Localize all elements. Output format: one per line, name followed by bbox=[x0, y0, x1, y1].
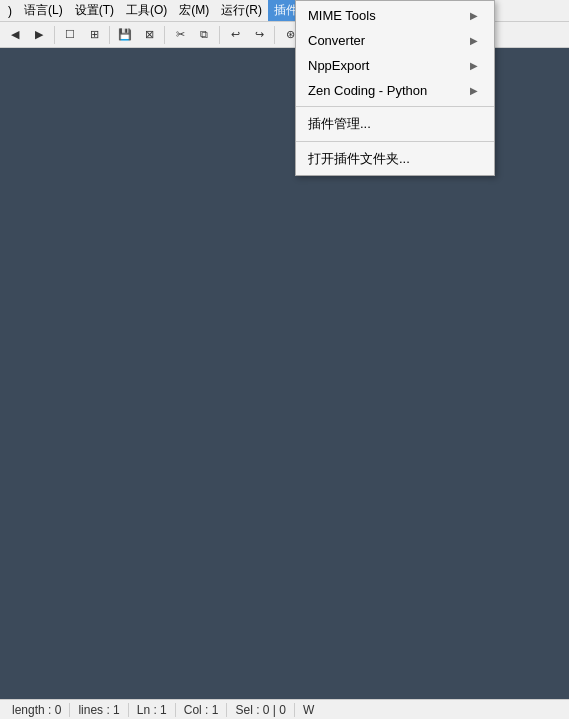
toolbar-redo-btn[interactable]: ↪ bbox=[248, 24, 270, 46]
menu-item-mime-tools-arrow: ▶ bbox=[470, 10, 478, 21]
menubar-item-language[interactable]: 语言(L) bbox=[18, 0, 69, 21]
menu-item-mime-tools[interactable]: MIME Tools ▶ bbox=[296, 3, 494, 28]
menu-sep-2 bbox=[296, 141, 494, 142]
toolbar-saveall-btn[interactable]: ⊠ bbox=[138, 24, 160, 46]
toolbar-new-btn[interactable]: ☐ bbox=[59, 24, 81, 46]
status-sel: Sel : 0 | 0 bbox=[227, 703, 294, 717]
status-col: Col : 1 bbox=[176, 703, 228, 717]
toolbar-sep-2 bbox=[109, 26, 110, 44]
menubar-item-run[interactable]: 运行(R) bbox=[215, 0, 268, 21]
toolbar-sep-4 bbox=[219, 26, 220, 44]
menu-item-nppexport-arrow: ▶ bbox=[470, 60, 478, 71]
status-extra: W bbox=[295, 703, 322, 717]
status-ln: Ln : 1 bbox=[129, 703, 176, 717]
menu-item-converter-arrow: ▶ bbox=[470, 35, 478, 46]
menu-item-nppexport-label: NppExport bbox=[308, 58, 369, 73]
menubar-item-settings[interactable]: 设置(T) bbox=[69, 0, 120, 21]
plugins-dropdown-menu: MIME Tools ▶ Converter ▶ NppExport ▶ Zen… bbox=[295, 0, 495, 176]
menu-item-converter-label: Converter bbox=[308, 33, 365, 48]
menu-item-zen-coding-arrow: ▶ bbox=[470, 85, 478, 96]
menu-item-converter[interactable]: Converter ▶ bbox=[296, 28, 494, 53]
menu-item-nppexport[interactable]: NppExport ▶ bbox=[296, 53, 494, 78]
menu-item-mime-tools-label: MIME Tools bbox=[308, 8, 376, 23]
menu-item-open-plugin-folder-label: 打开插件文件夹... bbox=[308, 150, 410, 168]
status-lines: lines : 1 bbox=[70, 703, 128, 717]
toolbar-sep-1 bbox=[54, 26, 55, 44]
menu-item-zen-coding-label: Zen Coding - Python bbox=[308, 83, 427, 98]
menubar-item-macro[interactable]: 宏(M) bbox=[173, 0, 215, 21]
menu-sep-1 bbox=[296, 106, 494, 107]
menubar-item-tools[interactable]: 工具(O) bbox=[120, 0, 173, 21]
menu-item-plugin-manager-label: 插件管理... bbox=[308, 115, 371, 133]
toolbar-copy-btn[interactable]: ⧉ bbox=[193, 24, 215, 46]
toolbar-sep-5 bbox=[274, 26, 275, 44]
statusbar: length : 0 lines : 1 Ln : 1 Col : 1 Sel … bbox=[0, 699, 569, 719]
status-length: length : 0 bbox=[4, 703, 70, 717]
menu-item-plugin-manager[interactable]: 插件管理... bbox=[296, 110, 494, 138]
toolbar-forward-btn[interactable]: ▶ bbox=[28, 24, 50, 46]
menubar-item-close[interactable]: ) bbox=[2, 2, 18, 20]
toolbar-save-btn[interactable]: 💾 bbox=[114, 24, 136, 46]
toolbar-open-btn[interactable]: ⊞ bbox=[83, 24, 105, 46]
menu-item-open-plugin-folder[interactable]: 打开插件文件夹... bbox=[296, 145, 494, 173]
menu-item-zen-coding[interactable]: Zen Coding - Python ▶ bbox=[296, 78, 494, 103]
toolbar-back-btn[interactable]: ◀ bbox=[4, 24, 26, 46]
toolbar-cut-btn[interactable]: ✂ bbox=[169, 24, 191, 46]
toolbar-sep-3 bbox=[164, 26, 165, 44]
toolbar-undo-btn[interactable]: ↩ bbox=[224, 24, 246, 46]
